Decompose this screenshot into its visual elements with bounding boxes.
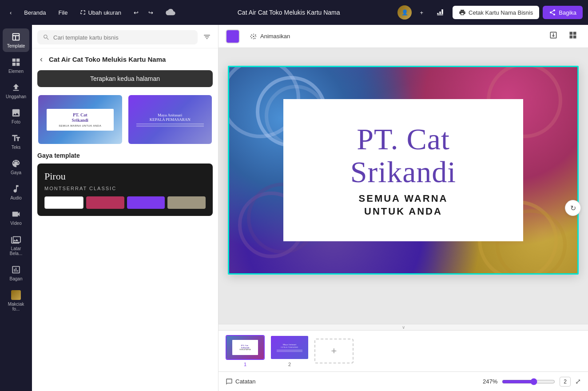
template-panel: ‹ Cat Air Cat Toko Melukis Kartu Nama Te… (32, 25, 219, 391)
filter-btn[interactable] (201, 31, 213, 44)
search-box[interactable] (37, 30, 198, 44)
print-btn[interactable]: Cetak Kartu Nama Bisnis (453, 6, 539, 19)
add-collaborator-btn[interactable]: + (415, 7, 428, 19)
style-section-title: Gaya template (37, 152, 213, 159)
card-front-inner: PT. CatSrikandi SEMUA WARNA UNTUK ANDA (47, 109, 114, 131)
user-avatar[interactable]: 👤 (397, 5, 412, 20)
canvas-scroll[interactable]: PT. Cat Srikandi SEMUA WARNA UNTUK ANDA … (219, 48, 588, 324)
template-card-front[interactable]: PT. CatSrikandi SEMUA WARNA UNTUK ANDA (37, 94, 123, 145)
apply-label: Terapkan kedua halaman (90, 75, 160, 82)
fullscreen-btn[interactable]: ⤢ (575, 377, 581, 386)
search-area (32, 25, 218, 48)
sidebar-item-unggahan[interactable]: Unggahan (3, 79, 29, 103)
sidebar-item-audio[interactable]: Audio (3, 180, 29, 204)
style-box: Pirou MONTSERRAT CLASSIC (37, 164, 213, 216)
design-card[interactable]: PT. Cat Srikandi SEMUA WARNA UNTUK ANDA (228, 66, 579, 275)
sidebar-item-latar[interactable]: Latar Bela... (3, 231, 29, 259)
analytics-btn[interactable] (431, 4, 449, 21)
grid-view-btn[interactable] (565, 29, 581, 44)
print-icon (459, 9, 466, 16)
card-back-bg: Maya AnitasariKEPALA PEMASARAN (128, 95, 212, 144)
color-picker-btn[interactable] (226, 29, 240, 44)
file-label: File (59, 9, 68, 16)
font-name: MONTSERRAT CLASSIC (44, 186, 206, 191)
card-front-bg: PT. CatSrikandi SEMUA WARNA UNTUK ANDA (38, 95, 122, 144)
sidebar-item-video[interactable]: Video (3, 206, 29, 229)
zoom-area: 247% 2 ⤢ (483, 377, 581, 387)
notes-btn[interactable]: Catatan (226, 378, 256, 385)
tl3 (277, 351, 302, 352)
notes-label: Catatan (235, 378, 256, 385)
print-label: Cetak Kartu Nama Bisnis (469, 9, 533, 16)
refresh-view-btn[interactable]: ↻ (565, 200, 581, 216)
sidebar-item-gaya[interactable]: Gaya (3, 155, 29, 179)
share-label: Bagika (559, 9, 576, 16)
page-counter: 2 (560, 377, 571, 387)
chart-sidebar-icon (11, 265, 21, 275)
thumbnail-2[interactable]: Maya Anitasari KEPALA PEMASARAN 2 (270, 335, 309, 367)
thumbnail-1[interactable]: PT. CatSrikandi SEMUA WARNA 1 (226, 335, 265, 367)
thumb-page-num-2: 2 (288, 362, 291, 367)
background-icon (11, 235, 21, 244)
swatch-white[interactable] (44, 196, 83, 209)
thumb-frame-2[interactable]: Maya Anitasari KEPALA PEMASARAN (270, 335, 309, 360)
file-btn[interactable]: File (54, 7, 72, 19)
panel-content: ‹ Cat Air Cat Toko Melukis Kartu Nama Te… (32, 48, 218, 391)
zoom-slider[interactable] (502, 378, 555, 385)
swatch-purple[interactable] (127, 196, 165, 209)
search-input[interactable] (53, 34, 192, 41)
tl1 (277, 350, 302, 350)
style-icon (11, 159, 21, 168)
toolbar-right (545, 29, 581, 44)
back-arrow-btn[interactable]: ‹ (37, 54, 45, 65)
top-navigation: ‹ Beranda File Ubah ukuran ↩ ↪ Cat Air C… (0, 0, 588, 25)
share-btn[interactable]: Bagika (543, 6, 583, 19)
sidebar-item-elemen[interactable]: Elemen (3, 54, 29, 77)
tagline-line1: SEMUA WARNA (359, 193, 448, 204)
export-btn[interactable] (545, 29, 561, 44)
sidebar-label-template: Template (7, 44, 25, 48)
thumb-bg-2: Maya Anitasari KEPALA PEMASARAN (271, 336, 308, 359)
thumb-frame-1[interactable]: PT. CatSrikandi SEMUA WARNA (226, 335, 265, 360)
sidebar-item-makciak[interactable]: Makciak fo... (3, 287, 29, 315)
company-name: PT. Cat Srikandi (350, 123, 456, 189)
template-icon (11, 32, 21, 42)
card-content-box[interactable]: PT. Cat Srikandi SEMUA WARNA UNTUK ANDA (283, 99, 523, 241)
bottom-area: ∨ PT. CatSrikandi SEMUA WARNA 1 (219, 324, 588, 371)
resize-icon (80, 9, 86, 16)
sidebar-item-foto[interactable]: Foto (3, 104, 29, 128)
thumb-page-num-1: 1 (244, 362, 246, 367)
company-line1: PT. Cat (357, 122, 450, 156)
template-card-back[interactable]: Maya AnitasariKEPALA PEMASARAN (127, 94, 213, 145)
sidebar-label-audio: Audio (10, 196, 22, 200)
video-icon (11, 209, 21, 219)
zoom-value: 247% (483, 378, 497, 385)
line3 (136, 126, 204, 127)
cloud-icon (166, 9, 175, 16)
line2 (136, 125, 204, 125)
ubah-ukuran-btn[interactable]: Ubah ukuran (75, 7, 125, 19)
swatch-pink[interactable] (86, 196, 124, 209)
scroll-indicator: ∨ (219, 324, 588, 331)
sidebar-label-elemen: Elemen (8, 69, 24, 74)
sidebar-item-teks[interactable]: Teks (3, 130, 29, 153)
redo-btn[interactable]: ↪ (144, 7, 158, 19)
undo-btn[interactable]: ↩ (129, 7, 143, 19)
text-icon (11, 133, 21, 143)
card-front-sub: SEMUA WARNA UNTUK ANDA (51, 124, 109, 127)
sidebar-label-teks: Teks (12, 145, 21, 150)
font-preview: Pirou (44, 171, 206, 182)
cloud-btn[interactable] (161, 6, 180, 19)
animate-btn[interactable]: Animasikan (245, 30, 294, 43)
sidebar-label-gaya: Gaya (11, 170, 21, 175)
scroll-arrow: ∨ (402, 325, 405, 330)
undo-redo-group: ↩ ↪ (129, 7, 158, 19)
apply-both-pages-btn[interactable]: Terapkan kedua halaman (37, 70, 213, 87)
add-page-btn[interactable]: + (314, 339, 354, 363)
swatch-tan[interactable] (167, 196, 206, 209)
sidebar-item-bagan[interactable]: Bagan (3, 261, 29, 285)
sidebar-item-template[interactable]: Template (3, 28, 29, 52)
ubah-ukuran-label: Ubah ukuran (88, 9, 121, 16)
beranda-btn[interactable]: Beranda (20, 7, 50, 19)
back-btn[interactable]: ‹ (5, 7, 16, 19)
